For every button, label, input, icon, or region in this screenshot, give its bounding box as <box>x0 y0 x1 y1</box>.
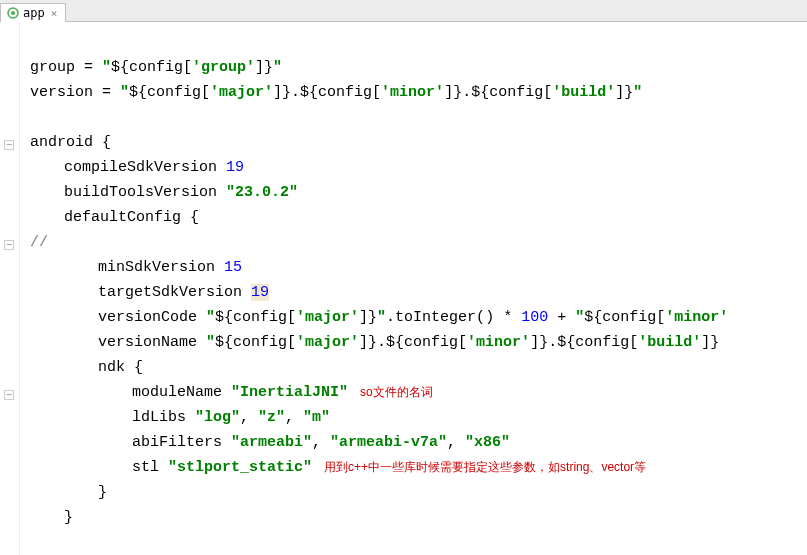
code-line <box>30 105 807 130</box>
gradle-icon <box>7 7 19 19</box>
code-line: minSdkVersion 15 <box>30 255 807 280</box>
code-line: version = "${config['major']}.${config['… <box>30 80 807 105</box>
code-line: moduleName "InertialJNI"so文件的名词 <box>30 380 807 405</box>
code-line: group = "${config['group']}" <box>30 55 807 80</box>
close-icon[interactable]: × <box>51 7 58 20</box>
code-line: defaultConfig { <box>30 205 807 230</box>
tab-label: app <box>23 6 45 20</box>
code-line: abiFilters "armeabi", "armeabi-v7a", "x8… <box>30 430 807 455</box>
code-line: buildToolsVersion "23.0.2" <box>30 180 807 205</box>
code-line: compileSdkVersion 19 <box>30 155 807 180</box>
code-line: versionName "${config['major']}.${config… <box>30 330 807 355</box>
editor: − − − group = "${config['group']}" versi… <box>0 22 807 555</box>
code-line: stl "stlport_static"用到c++中一些库时候需要指定这些参数，… <box>30 455 807 480</box>
code-line: // <box>30 230 807 255</box>
code-line: versionCode "${config['major']}".toInteg… <box>30 305 807 330</box>
fold-marker[interactable]: − <box>4 140 14 150</box>
code-line: ndk { <box>30 355 807 380</box>
fold-marker[interactable]: − <box>4 240 14 250</box>
code-line <box>30 30 807 55</box>
code-area[interactable]: group = "${config['group']}" version = "… <box>20 22 807 555</box>
code-line: android { <box>30 130 807 155</box>
code-line: } <box>30 480 807 505</box>
tab-app[interactable]: app × <box>0 3 66 22</box>
annotation: so文件的名词 <box>348 385 433 399</box>
svg-point-1 <box>11 11 15 15</box>
code-line: } <box>30 505 807 530</box>
gutter: − − − <box>0 22 20 555</box>
code-line: targetSdkVersion 19 <box>30 280 807 305</box>
fold-marker[interactable]: − <box>4 390 14 400</box>
annotation: 用到c++中一些库时候需要指定这些参数，如string、vector等 <box>312 460 646 474</box>
tab-bar: app × <box>0 0 807 22</box>
code-line: ldLibs "log", "z", "m" <box>30 405 807 430</box>
